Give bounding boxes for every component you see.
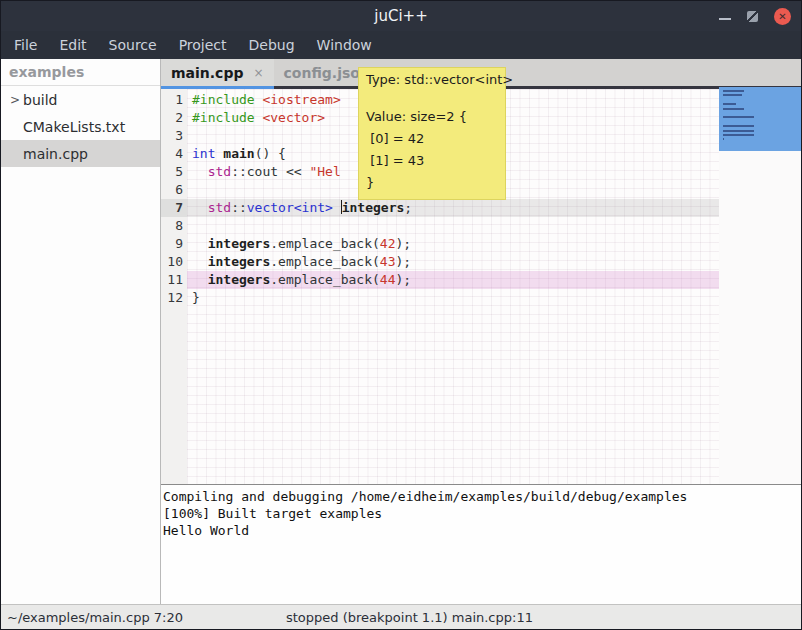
code-token: "Hel [309, 164, 340, 179]
code-token [333, 200, 341, 215]
code-token: :: [231, 200, 247, 215]
app-window: juCi++ ✕ File Edit Source Project Debug … [0, 0, 802, 630]
tooltip-type: Type: std::vector<int> [366, 71, 498, 88]
menu-window[interactable]: Window [306, 31, 383, 59]
menu-edit[interactable]: Edit [48, 31, 97, 59]
status-debug-state: stopped (breakpoint 1.1) main.cpp:11 [286, 610, 533, 625]
line-number[interactable]: 9 [161, 235, 187, 253]
line-number[interactable]: 1 [161, 91, 187, 109]
window-title: juCi++ [1, 7, 801, 25]
line-number[interactable]: 4 [161, 145, 187, 163]
tab-label: main.cpp [171, 65, 243, 81]
tree-item-build[interactable]: > build [1, 86, 160, 113]
tooltip-gap [366, 88, 498, 106]
code-token: () { [255, 146, 286, 161]
code-token: <iostream> [262, 92, 340, 107]
window-controls: ✕ [719, 1, 791, 31]
project-name-header[interactable]: examples [1, 59, 160, 86]
editor-column: main.cpp × config.json 123456789101112 #… [161, 59, 801, 604]
minimap-line [723, 103, 736, 105]
code-token: ); [396, 254, 412, 269]
code-token: integers [208, 236, 271, 251]
close-icon[interactable]: ✕ [774, 8, 791, 25]
tooltip-value: [0] = 42 [366, 128, 498, 150]
minimap-viewport[interactable] [719, 87, 801, 151]
line-number[interactable]: 5 [161, 163, 187, 181]
code-token: } [192, 290, 200, 305]
line-number[interactable]: 3 [161, 127, 187, 145]
line-number[interactable]: 11 [161, 271, 187, 289]
code-token: int [192, 146, 215, 161]
code-token: ); [396, 236, 412, 251]
code-token: ); [396, 272, 412, 287]
tree-item-label: CMakeLists.txt [23, 119, 125, 135]
titlebar[interactable]: juCi++ ✕ [1, 1, 801, 31]
code-line[interactable]: integers.emplace_back(44); [187, 271, 719, 289]
minimap-line [723, 94, 742, 96]
code-token: std [208, 164, 231, 179]
menu-debug[interactable]: Debug [238, 31, 306, 59]
chevron-right-icon[interactable]: > [7, 93, 23, 107]
main-area: examples > build CMakeLists.txt main.cpp… [1, 59, 801, 604]
minimap-line [723, 134, 754, 136]
code-token: vector<int> [247, 200, 333, 215]
minimap-line [723, 125, 754, 127]
tree-item-cmakelists[interactable]: CMakeLists.txt [1, 113, 160, 140]
code-token [192, 272, 208, 287]
line-number-gutter[interactable]: 123456789101112 [161, 89, 187, 484]
code-token: .emplace_back( [270, 272, 380, 287]
code-token: ; [404, 200, 412, 215]
code-token: 44 [380, 272, 396, 287]
code-line[interactable]: } [187, 289, 719, 307]
line-number[interactable]: 8 [161, 217, 187, 235]
tree-item-label: build [23, 92, 57, 108]
code-token [192, 164, 208, 179]
line-number[interactable]: 6 [161, 181, 187, 199]
line-number[interactable]: 12 [161, 289, 187, 307]
tooltip-value: Value: size=2 { [366, 106, 498, 128]
tab-label: config.json [284, 65, 370, 81]
output-line: [100%] Built target examples [163, 505, 801, 522]
code-token: integers [208, 254, 271, 269]
code-token: #include [192, 110, 262, 125]
line-number[interactable]: 7 [161, 199, 187, 217]
code-line[interactable]: std::vector<int> integers; [187, 199, 719, 217]
code-line[interactable]: integers.emplace_back(43); [187, 253, 719, 271]
code-token [192, 236, 208, 251]
code-token [192, 200, 208, 215]
tab-close-icon[interactable]: × [253, 66, 263, 80]
code-token: .emplace_back( [270, 236, 380, 251]
tree-item-maincpp[interactable]: main.cpp [1, 140, 160, 167]
tab-maincpp[interactable]: main.cpp × [161, 59, 274, 86]
code-token: 43 [380, 254, 396, 269]
code-token: 42 [380, 236, 396, 251]
tooltip-value: } [366, 172, 498, 194]
tooltip-value: [1] = 43 [366, 150, 498, 172]
status-bar: ~/examples/main.cpp 7:20 stopped (breakp… [1, 604, 801, 629]
minimap-line [723, 138, 724, 140]
restore-icon[interactable] [747, 11, 758, 22]
code-token: ::cout << [231, 164, 309, 179]
line-number[interactable]: 10 [161, 253, 187, 271]
menu-project[interactable]: Project [168, 31, 238, 59]
code-token [192, 254, 208, 269]
menu-file[interactable]: File [3, 31, 48, 59]
minimap-line [723, 116, 754, 118]
code-line[interactable] [187, 217, 719, 235]
output-panel[interactable]: Compiling and debugging /home/eidheim/ex… [161, 485, 801, 604]
file-tree-sidebar: examples > build CMakeLists.txt main.cpp [1, 59, 161, 604]
minimap-line [723, 130, 754, 132]
menu-source[interactable]: Source [98, 31, 168, 59]
output-line: Hello World [163, 522, 801, 539]
code-token: integers [342, 200, 405, 215]
minimap-line [723, 90, 744, 92]
code-token: #include [192, 92, 262, 107]
code-line[interactable]: integers.emplace_back(42); [187, 235, 719, 253]
minimap-line [723, 108, 744, 110]
menubar: File Edit Source Project Debug Window [1, 31, 801, 59]
line-number[interactable]: 2 [161, 109, 187, 127]
minimap[interactable] [719, 89, 801, 484]
minimize-icon[interactable] [719, 18, 731, 20]
status-file-position: ~/examples/main.cpp 7:20 [7, 610, 183, 625]
tree-item-label: main.cpp [23, 146, 88, 162]
